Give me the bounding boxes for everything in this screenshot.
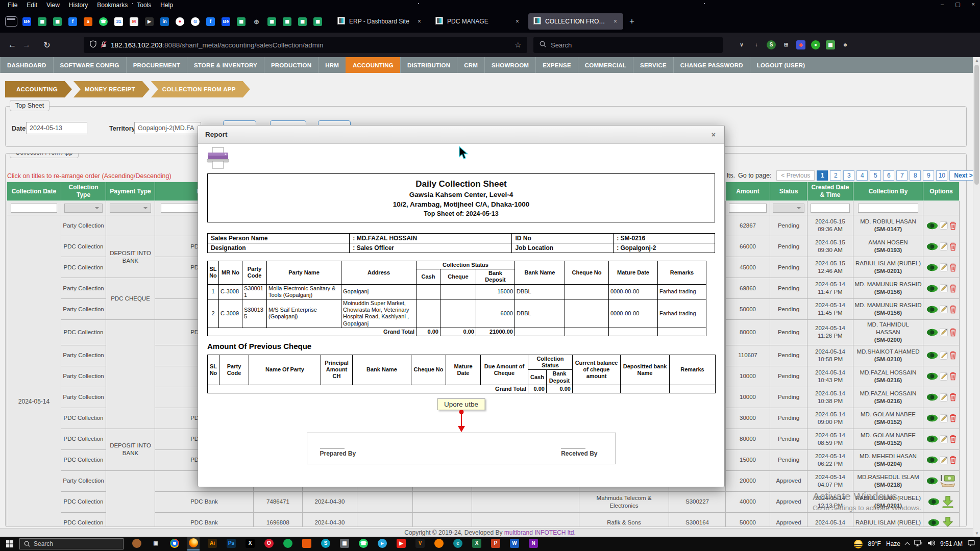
excel-icon[interactable]: X bbox=[472, 539, 481, 548]
tab-erp-dashboard-site[interactable]: ERP - Dashboard Site× bbox=[332, 13, 427, 30]
pocket-icon[interactable]: ∨ bbox=[737, 40, 746, 49]
taskbar-app-green-app[interactable] bbox=[282, 538, 294, 550]
page-button-1[interactable]: 1 bbox=[817, 170, 828, 181]
tab-pdc-manage[interactable]: PDC MANAGE× bbox=[430, 13, 525, 30]
nav-item-expense[interactable]: EXPENSE bbox=[535, 57, 578, 73]
taskbar-app-orange-app[interactable] bbox=[301, 538, 313, 550]
menu-history[interactable]: History bbox=[64, 2, 92, 9]
weather-temp[interactable]: 89°F bbox=[868, 540, 880, 547]
view-icon[interactable] bbox=[926, 477, 938, 485]
opera-icon[interactable]: O bbox=[264, 539, 274, 548]
taskbar-app-illustrator[interactable]: Ai bbox=[206, 538, 218, 550]
cookie-icon[interactable] bbox=[132, 539, 141, 548]
taskbar-app-photoshop[interactable]: Ps bbox=[225, 538, 237, 550]
taskbar-app-telegram[interactable]: ▸ bbox=[376, 538, 388, 550]
pinned-tab-icon[interactable]: ▶ bbox=[145, 17, 154, 26]
shield-icon[interactable] bbox=[90, 40, 96, 49]
menu-bookmarks[interactable]: Bookmarks bbox=[92, 2, 132, 9]
vlc-icon[interactable]: V bbox=[415, 539, 425, 548]
view-icon[interactable] bbox=[926, 393, 938, 401]
taskbar-app-powerpoint[interactable]: P bbox=[489, 538, 502, 550]
weather-condition[interactable]: Haze bbox=[886, 540, 900, 547]
taskbar-app-skype[interactable]: S bbox=[320, 538, 332, 550]
page-button-6[interactable]: 6 bbox=[883, 170, 894, 181]
pinned-tab-icon[interactable]: f bbox=[68, 17, 77, 26]
nav-item-store-inventory[interactable]: STORE & INVENTORY bbox=[187, 57, 264, 73]
pinned-tab-icon[interactable]: 31 bbox=[114, 17, 123, 26]
filter-input[interactable] bbox=[729, 204, 767, 213]
delete-icon[interactable] bbox=[949, 242, 957, 251]
nav-item-procurement[interactable]: PROCUREMENT bbox=[126, 57, 187, 73]
column-header-options[interactable]: Options bbox=[923, 182, 960, 201]
edit-icon[interactable] bbox=[940, 393, 948, 402]
view-icon[interactable] bbox=[926, 222, 938, 230]
notification-icon[interactable] bbox=[968, 540, 975, 548]
page-button-9[interactable]: 9 bbox=[923, 170, 934, 181]
calculator-icon[interactable]: ▦ bbox=[340, 539, 349, 548]
report-modal-header[interactable]: Report × bbox=[198, 126, 724, 144]
pinned-tab-icon[interactable]: ▦ bbox=[313, 17, 322, 26]
nav-item-logout-user-[interactable]: LOGOUT (USER) bbox=[750, 57, 812, 73]
tab-close-icon[interactable]: × bbox=[514, 18, 520, 25]
edit-icon[interactable] bbox=[940, 352, 948, 360]
shield-extension-icon[interactable]: ◆ bbox=[796, 40, 805, 49]
firefox-view-icon[interactable] bbox=[5, 16, 17, 27]
edit-icon[interactable] bbox=[940, 456, 948, 464]
nav-item-dashboard[interactable]: DASHBOARD bbox=[0, 57, 53, 73]
taskbar-app-x-app[interactable]: X bbox=[244, 538, 256, 550]
pinned-tab-icon[interactable]: ⊕ bbox=[252, 17, 261, 26]
powerpoint-icon[interactable]: P bbox=[491, 539, 500, 548]
filter-input[interactable] bbox=[811, 204, 850, 213]
column-header-collection-date[interactable]: Collection Date bbox=[7, 182, 61, 201]
edit-icon[interactable] bbox=[940, 435, 948, 443]
download-icon[interactable] bbox=[941, 516, 954, 527]
minimize-button[interactable]: – bbox=[941, 1, 944, 8]
green-app-icon[interactable] bbox=[283, 539, 292, 548]
pinned-tab-icon[interactable]: a bbox=[84, 17, 92, 26]
pinned-tab-icon[interactable]: Bē bbox=[222, 17, 230, 26]
view-icon[interactable] bbox=[926, 435, 938, 443]
column-header-status[interactable]: Status bbox=[770, 182, 807, 201]
edit-icon[interactable] bbox=[940, 414, 948, 422]
page-button-2[interactable]: 2 bbox=[830, 170, 841, 181]
scroll-up-icon[interactable]: ▲ bbox=[973, 58, 980, 63]
weather-icon[interactable] bbox=[854, 540, 863, 548]
account-icon[interactable]: ☻ bbox=[841, 40, 850, 49]
menu-tools[interactable]: Tools bbox=[132, 2, 156, 9]
telegram-icon[interactable]: ▸ bbox=[378, 539, 387, 548]
page-button-10[interactable]: 10 bbox=[936, 170, 947, 181]
nav-item-change-password[interactable]: CHANGE PASSWORD bbox=[673, 57, 750, 73]
taskbar-app-firefox[interactable] bbox=[187, 537, 200, 550]
menu-help[interactable]: Help bbox=[156, 2, 178, 9]
breadcrumb-accounting[interactable]: ACCOUNTING bbox=[5, 81, 72, 97]
edge-icon[interactable]: e bbox=[453, 539, 462, 548]
view-icon[interactable] bbox=[926, 243, 938, 251]
delete-icon[interactable] bbox=[949, 305, 957, 314]
puzzle-icon[interactable]: ⊞ bbox=[781, 40, 791, 49]
scrollbar-thumb[interactable] bbox=[974, 65, 979, 185]
taskbar-search[interactable]: Search bbox=[19, 538, 124, 549]
delete-icon[interactable] bbox=[949, 456, 957, 464]
page-button-8[interactable]: 8 bbox=[910, 170, 921, 181]
taskbar-app-whatsapp[interactable]: ☎ bbox=[357, 538, 370, 550]
network-icon[interactable] bbox=[914, 540, 922, 548]
pinned-tab-icon[interactable]: G bbox=[191, 17, 200, 26]
money-icon[interactable] bbox=[940, 474, 956, 488]
grid-extension-icon[interactable]: ▦ bbox=[826, 40, 835, 49]
pinned-tab-icon[interactable]: ● bbox=[176, 17, 184, 26]
nav-item-hrm[interactable]: HRM bbox=[318, 57, 346, 73]
delete-icon[interactable] bbox=[949, 414, 957, 422]
view-icon[interactable] bbox=[926, 352, 938, 359]
taskbar-app-vlc[interactable]: V bbox=[414, 538, 426, 550]
edit-icon[interactable] bbox=[940, 284, 948, 292]
taskbar-app-word[interactable]: W bbox=[508, 538, 521, 550]
taskbar-app-chrome[interactable] bbox=[168, 538, 181, 550]
pinned-tab-icon[interactable]: ▦ bbox=[298, 17, 307, 26]
firefox-icon[interactable] bbox=[189, 538, 198, 547]
taskbar-app-opera[interactable]: O bbox=[263, 538, 275, 550]
taskbar-app-edge[interactable]: e bbox=[452, 538, 464, 550]
breadcrumb-money-receipt[interactable]: MONEY RECEIPT bbox=[74, 81, 150, 97]
menu-file[interactable]: File bbox=[3, 2, 22, 9]
lock-disabled-icon[interactable] bbox=[101, 41, 107, 49]
word-icon[interactable]: W bbox=[510, 539, 519, 548]
